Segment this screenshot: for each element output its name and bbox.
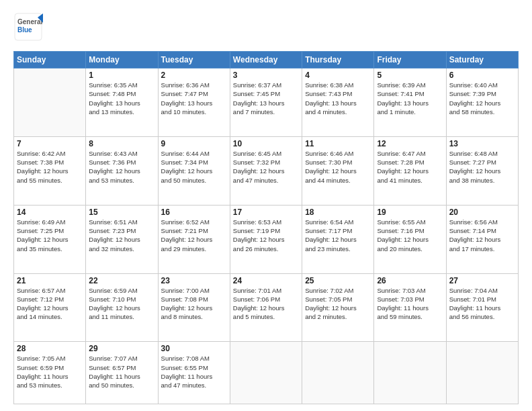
calendar-cell: 21Sunrise: 6:57 AMSunset: 7:12 PMDayligh…	[14, 273, 86, 342]
cell-text: Sunrise: 6:44 AMSunset: 7:34 PMDaylight:…	[161, 149, 227, 185]
calendar-cell: 9Sunrise: 6:44 AMSunset: 7:34 PMDaylight…	[158, 136, 230, 205]
cell-text: Sunrise: 6:59 AMSunset: 7:10 PMDaylight:…	[89, 286, 154, 322]
day-number: 2	[161, 71, 227, 80]
calendar-cell: 16Sunrise: 6:52 AMSunset: 7:21 PMDayligh…	[158, 205, 230, 273]
calendar-cell: 20Sunrise: 6:56 AMSunset: 7:14 PMDayligh…	[446, 205, 518, 273]
day-number: 30	[161, 344, 227, 353]
cell-text: Sunrise: 6:42 AMSunset: 7:38 PMDaylight:…	[17, 149, 83, 185]
calendar-cell	[446, 342, 518, 404]
day-number: 19	[377, 208, 443, 217]
day-number: 9	[161, 139, 227, 148]
day-number: 6	[449, 71, 515, 80]
week-row-1: 1Sunrise: 6:35 AMSunset: 7:48 PMDaylight…	[14, 68, 519, 137]
calendar-cell	[14, 68, 86, 137]
cell-text: Sunrise: 6:35 AMSunset: 7:48 PMDaylight:…	[89, 81, 154, 116]
week-row-2: 7Sunrise: 6:42 AMSunset: 7:38 PMDaylight…	[14, 136, 519, 205]
logo-icon: General Blue	[13, 12, 43, 42]
cell-text: Sunrise: 7:02 AMSunset: 7:05 PMDaylight:…	[305, 286, 371, 322]
calendar-cell: 17Sunrise: 6:53 AMSunset: 7:19 PMDayligh…	[230, 205, 302, 273]
cell-text: Sunrise: 7:05 AMSunset: 6:59 PMDaylight:…	[17, 354, 83, 390]
cell-text: Sunrise: 6:57 AMSunset: 7:12 PMDaylight:…	[17, 286, 83, 322]
week-row-5: 28Sunrise: 7:05 AMSunset: 6:59 PMDayligh…	[14, 342, 519, 404]
calendar-cell: 11Sunrise: 6:46 AMSunset: 7:30 PMDayligh…	[302, 136, 374, 205]
cell-text: Sunrise: 7:07 AMSunset: 6:57 PMDaylight:…	[89, 354, 154, 390]
day-number: 26	[377, 276, 443, 285]
day-number: 10	[233, 139, 299, 148]
calendar-cell: 30Sunrise: 7:08 AMSunset: 6:55 PMDayligh…	[158, 342, 230, 404]
cell-text: Sunrise: 6:40 AMSunset: 7:39 PMDaylight:…	[449, 81, 515, 116]
cell-text: Sunrise: 6:38 AMSunset: 7:43 PMDaylight:…	[305, 81, 371, 116]
day-number: 1	[89, 71, 154, 80]
day-number: 29	[89, 344, 154, 353]
cell-text: Sunrise: 6:56 AMSunset: 7:14 PMDaylight:…	[449, 218, 515, 253]
cell-text: Sunrise: 6:52 AMSunset: 7:21 PMDaylight:…	[161, 218, 227, 253]
calendar-table: SundayMondayTuesdayWednesdayThursdayFrid…	[13, 51, 519, 404]
svg-text:General: General	[17, 18, 42, 26]
cell-text: Sunrise: 6:49 AMSunset: 7:25 PMDaylight:…	[17, 218, 83, 253]
day-number: 22	[89, 276, 154, 285]
weekday-header-saturday: Saturday	[446, 52, 518, 68]
day-number: 23	[161, 276, 227, 285]
weekday-header-sunday: Sunday	[14, 52, 86, 68]
day-number: 17	[233, 208, 299, 217]
calendar-cell: 5Sunrise: 6:39 AMSunset: 7:41 PMDaylight…	[374, 68, 446, 137]
day-number: 12	[377, 139, 443, 148]
calendar-cell: 25Sunrise: 7:02 AMSunset: 7:05 PMDayligh…	[302, 273, 374, 342]
cell-text: Sunrise: 6:54 AMSunset: 7:17 PMDaylight:…	[305, 218, 371, 253]
calendar-cell: 2Sunrise: 6:36 AMSunset: 7:47 PMDaylight…	[158, 68, 230, 137]
cell-text: Sunrise: 6:51 AMSunset: 7:23 PMDaylight:…	[89, 218, 154, 253]
day-number: 4	[305, 71, 371, 80]
calendar-cell: 6Sunrise: 6:40 AMSunset: 7:39 PMDaylight…	[446, 68, 518, 137]
calendar-cell: 10Sunrise: 6:45 AMSunset: 7:32 PMDayligh…	[230, 136, 302, 205]
day-number: 13	[449, 139, 515, 148]
day-number: 25	[305, 276, 371, 285]
calendar-cell: 22Sunrise: 6:59 AMSunset: 7:10 PMDayligh…	[86, 273, 158, 342]
calendar-cell: 14Sunrise: 6:49 AMSunset: 7:25 PMDayligh…	[14, 205, 86, 273]
calendar-cell: 26Sunrise: 7:03 AMSunset: 7:03 PMDayligh…	[374, 273, 446, 342]
day-number: 3	[233, 71, 299, 80]
day-number: 28	[17, 344, 83, 353]
cell-text: Sunrise: 6:48 AMSunset: 7:27 PMDaylight:…	[449, 149, 515, 185]
cell-text: Sunrise: 6:53 AMSunset: 7:19 PMDaylight:…	[233, 218, 299, 253]
calendar-cell: 4Sunrise: 6:38 AMSunset: 7:43 PMDaylight…	[302, 68, 374, 137]
day-number: 5	[377, 71, 443, 80]
week-row-3: 14Sunrise: 6:49 AMSunset: 7:25 PMDayligh…	[14, 205, 519, 273]
calendar-cell: 29Sunrise: 7:07 AMSunset: 6:57 PMDayligh…	[86, 342, 158, 404]
weekday-header-row: SundayMondayTuesdayWednesdayThursdayFrid…	[14, 52, 519, 68]
cell-text: Sunrise: 7:00 AMSunset: 7:08 PMDaylight:…	[161, 286, 227, 322]
day-number: 27	[449, 276, 515, 285]
day-number: 18	[305, 208, 371, 217]
day-number: 7	[17, 139, 83, 148]
calendar-cell: 3Sunrise: 6:37 AMSunset: 7:45 PMDaylight…	[230, 68, 302, 137]
cell-text: Sunrise: 6:37 AMSunset: 7:45 PMDaylight:…	[233, 81, 299, 116]
cell-text: Sunrise: 6:47 AMSunset: 7:28 PMDaylight:…	[377, 149, 443, 185]
day-number: 20	[449, 208, 515, 217]
calendar-cell: 27Sunrise: 7:04 AMSunset: 7:01 PMDayligh…	[446, 273, 518, 342]
calendar-cell: 28Sunrise: 7:05 AMSunset: 6:59 PMDayligh…	[14, 342, 86, 404]
day-number: 16	[161, 208, 227, 217]
weekday-header-thursday: Thursday	[302, 52, 374, 68]
calendar-cell: 23Sunrise: 7:00 AMSunset: 7:08 PMDayligh…	[158, 273, 230, 342]
week-row-4: 21Sunrise: 6:57 AMSunset: 7:12 PMDayligh…	[14, 273, 519, 342]
cell-text: Sunrise: 7:04 AMSunset: 7:01 PMDaylight:…	[449, 286, 515, 322]
calendar-cell: 15Sunrise: 6:51 AMSunset: 7:23 PMDayligh…	[86, 205, 158, 273]
day-number: 21	[17, 276, 83, 285]
cell-text: Sunrise: 6:39 AMSunset: 7:41 PMDaylight:…	[377, 81, 443, 116]
cell-text: Sunrise: 7:03 AMSunset: 7:03 PMDaylight:…	[377, 286, 443, 322]
cell-text: Sunrise: 7:08 AMSunset: 6:55 PMDaylight:…	[161, 354, 227, 390]
cell-text: Sunrise: 7:01 AMSunset: 7:06 PMDaylight:…	[233, 286, 299, 322]
cell-text: Sunrise: 6:45 AMSunset: 7:32 PMDaylight:…	[233, 149, 299, 185]
weekday-header-friday: Friday	[374, 52, 446, 68]
calendar-cell: 1Sunrise: 6:35 AMSunset: 7:48 PMDaylight…	[86, 68, 158, 137]
calendar-cell: 12Sunrise: 6:47 AMSunset: 7:28 PMDayligh…	[374, 136, 446, 205]
svg-text:Blue: Blue	[17, 26, 32, 34]
calendar-cell: 13Sunrise: 6:48 AMSunset: 7:27 PMDayligh…	[446, 136, 518, 205]
calendar-cell	[230, 342, 302, 404]
calendar-cell: 7Sunrise: 6:42 AMSunset: 7:38 PMDaylight…	[14, 136, 86, 205]
weekday-header-tuesday: Tuesday	[158, 52, 230, 68]
cell-text: Sunrise: 6:46 AMSunset: 7:30 PMDaylight:…	[305, 149, 371, 185]
day-number: 14	[17, 208, 83, 217]
cell-text: Sunrise: 6:43 AMSunset: 7:36 PMDaylight:…	[89, 149, 154, 185]
day-number: 11	[305, 139, 371, 148]
calendar-cell: 8Sunrise: 6:43 AMSunset: 7:36 PMDaylight…	[86, 136, 158, 205]
